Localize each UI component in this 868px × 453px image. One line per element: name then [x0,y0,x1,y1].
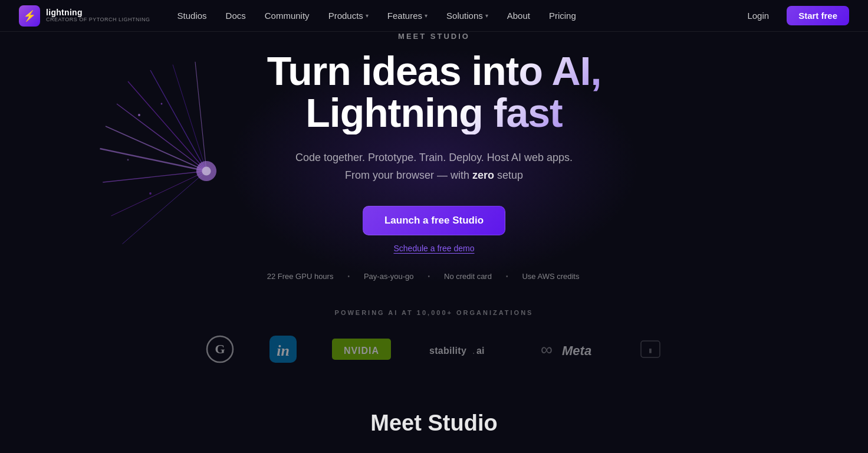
nav-docs[interactable]: Docs [218,7,254,24]
logo-link[interactable]: lightning Creators of PyTorch Lightning [19,5,150,27]
login-link[interactable]: Login [739,7,777,24]
meet-studio-label: MEET STUDIO [267,32,601,41]
nav-left: lightning Creators of PyTorch Lightning … [19,5,584,27]
hero-subtitle-line1: Code together. Prototype. Train. Deploy.… [295,152,573,163]
nav-products[interactable]: Products ▾ [320,7,377,24]
svg-text:ai: ai [476,346,484,356]
svg-line-0 [106,126,206,171]
svg-line-9 [195,62,206,171]
perk-gpu-hours: 22 Free GPU hours [267,272,334,281]
perk-dot-1: • [347,273,350,280]
svg-line-8 [123,171,207,244]
logo-subtitle: Creators of PyTorch Lightning [46,17,150,23]
svg-text:in: in [277,342,290,359]
svg-point-10 [196,161,216,181]
nav-links: Studios Docs Community Products ▾ Featur… [169,7,584,24]
powering-section: POWERING AI AT 10,000+ ORGANIZATIONS G i… [206,281,662,382]
logo-title: lightning [46,8,150,17]
nav-community[interactable]: Community [257,7,318,24]
hero-title-line2: Lightning fast [305,90,562,135]
hero-subtitle: Code together. Prototype. Train. Deploy.… [267,149,601,185]
nav-studios[interactable]: Studios [169,7,215,24]
nav-solutions[interactable]: Solutions ▾ [438,7,497,24]
svg-line-3 [150,70,206,171]
nav-features[interactable]: Features ▾ [379,7,436,24]
svg-text:Meta: Meta [562,343,591,358]
launch-studio-button[interactable]: Launch a free Studio [363,206,505,235]
logos-row: G in NVIDIA stability [206,335,662,363]
meet-studio-bottom: Meet Studio [0,382,868,445]
svg-line-4 [173,65,206,172]
hero-subtitle-line2: From your browser — with [345,169,469,181]
perk-dot-2: • [428,273,430,280]
schedule-demo-link[interactable]: Schedule a free demo [394,244,475,253]
hero-subtitle-setup: setup [497,169,523,181]
svg-line-5 [100,149,207,171]
perk-no-credit: No credit card [444,272,492,281]
nav-right: Login Start free [739,6,849,25]
svg-text:stability: stability [429,346,466,356]
hero-title: Turn ideas into AI, Lightning fast [267,50,601,134]
logo-meta[interactable]: ∞ Meta [538,337,603,361]
features-chevron-icon: ▾ [425,12,428,19]
svg-text:∞: ∞ [541,340,553,359]
perks-row: 22 Free GPU hours • Pay-as-you-go • No c… [267,272,601,281]
svg-text:.: . [472,346,475,356]
svg-point-14 [127,159,129,161]
logo-text: lightning Creators of PyTorch Lightning [46,8,150,23]
logo-nvidia[interactable]: NVIDIA [332,339,391,360]
hero-subtitle-zero: zero [472,169,494,181]
hero-section: MEET STUDIO Turn ideas into AI, Lightnin… [0,0,868,382]
nav-pricing[interactable]: Pricing [541,7,584,24]
svg-text:G: G [215,342,225,356]
meet-studio-bottom-title: Meet Studio [0,411,868,436]
svg-point-15 [149,192,152,195]
perk-pay-as-you-go: Pay-as-you-go [364,272,414,281]
logo-extra: ▮ [639,339,662,360]
logo-google[interactable]: G [206,335,234,363]
svg-line-2 [128,81,206,171]
cta-group: Launch a free Studio Schedule a free dem… [267,206,601,253]
start-free-button[interactable]: Start free [787,6,849,25]
products-chevron-icon: ▾ [366,12,369,19]
svg-point-12 [138,114,140,116]
solutions-chevron-icon: ▾ [485,12,488,19]
logo-stability[interactable]: stability . ai [426,339,503,360]
hero-title-line1: Turn ideas into AI, [267,48,601,93]
svg-point-11 [202,166,211,175]
svg-line-6 [103,171,206,182]
svg-text:▮: ▮ [648,346,653,354]
navbar: lightning Creators of PyTorch Lightning … [0,0,868,32]
svg-point-13 [161,103,163,105]
perk-aws-credits: Use AWS credits [522,272,579,281]
svg-line-7 [111,171,207,216]
perk-dot-3: • [506,273,508,280]
svg-text:NVIDIA: NVIDIA [344,346,379,356]
logo-linkedin[interactable]: in [269,336,297,363]
hero-content: MEET STUDIO Turn ideas into AI, Lightnin… [267,32,601,281]
svg-line-1 [117,104,206,171]
powering-label: POWERING AI AT 10,000+ ORGANIZATIONS [206,309,662,316]
logo-icon [19,5,40,27]
nav-about[interactable]: About [499,7,538,24]
